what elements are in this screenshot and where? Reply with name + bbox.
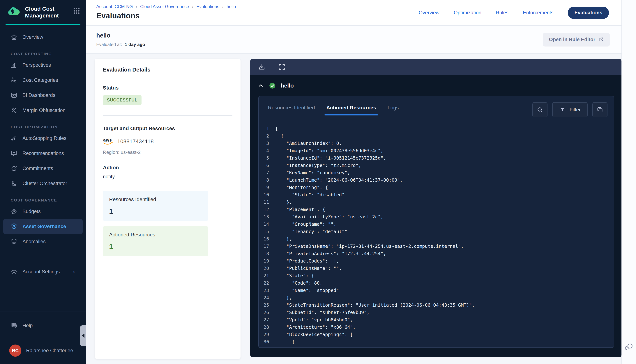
fullscreen-icon[interactable]	[278, 63, 286, 71]
sidebar-item-account-settings[interactable]: Account Settings ›	[3, 264, 83, 279]
breadcrumb-link-cloud-asset-governance[interactable]: Cloud Asset Governance	[140, 4, 189, 9]
breadcrumb-separator: ›	[192, 4, 193, 9]
sidebar-item-help[interactable]: ? Help	[3, 318, 83, 333]
code-line: 11 },	[259, 198, 614, 206]
code-line: 8 "LaunchTime": "2024-06-06T04:41:37+00:…	[259, 176, 614, 184]
code-line: 3 "AmiLaunchIndex": 0,	[259, 140, 614, 147]
line-content: "Monitoring": {	[269, 184, 328, 191]
code-line: 29 "BlockDeviceMappings": [	[259, 331, 614, 338]
panel-toolbar	[250, 59, 621, 75]
code-line: 26 "SubnetId": "subnet-75fe9b39",	[259, 309, 614, 316]
sidebar-collapse-handle[interactable]	[80, 325, 86, 346]
code-line: 6 "InstanceType": "t2.micro",	[259, 162, 614, 169]
sidebar-item-label: Budgets	[23, 209, 41, 214]
code-line: 16 },	[259, 235, 614, 243]
collapse-arrow-icon	[82, 334, 85, 338]
line-content: "LaunchTime": "2024-06-06T04:41:37+00:00…	[269, 176, 403, 184]
filter-button[interactable]: Filter	[552, 102, 588, 117]
line-number: 7	[259, 169, 269, 176]
sidebar-item-commitments[interactable]: Commitments	[3, 161, 83, 176]
stat-value: 1	[109, 208, 202, 215]
module-grid-icon[interactable]	[73, 7, 80, 16]
sidebar-item-margin-obfuscation[interactable]: Margin Obfuscation	[3, 103, 83, 118]
line-number: 25	[259, 302, 269, 309]
sidebar-item-cluster-orchestrator[interactable]: Cluster Orchestrator	[3, 176, 83, 191]
top-nav-evaluations[interactable]: Evaluations	[568, 6, 609, 19]
sidebar-item-perspectives[interactable]: Perspectives	[3, 58, 83, 72]
tab-resources-identified[interactable]: Resources Identified	[267, 102, 315, 116]
line-content: },	[269, 198, 292, 206]
svg-text:aws: aws	[103, 138, 112, 142]
line-content: "Placement": {	[269, 206, 325, 213]
percent-icon	[10, 107, 18, 114]
json-code-viewer[interactable]: 1[2 {3 "AmiLaunchIndex": 0,4 "ImageId": …	[259, 125, 614, 346]
sidebar-divider	[5, 256, 82, 256]
sidebar-item-bi-dashboards[interactable]: BI Dashboards	[3, 88, 83, 103]
sidebar-item-label: Account Settings	[23, 269, 60, 275]
svg-text:$: $	[11, 8, 15, 15]
line-number: 30	[259, 338, 269, 346]
sidebar-item-anomalies[interactable]: Anomalies	[3, 234, 83, 249]
top-nav-overview[interactable]: Overview	[419, 10, 439, 16]
tab-actioned-resources[interactable]: Actioned Resources	[326, 102, 377, 116]
open-in-rule-editor-label: Open in Rule Editor	[549, 37, 595, 42]
evaluated-at: Evaluated at: 1 day ago	[96, 42, 145, 47]
line-content: },	[269, 235, 292, 243]
autostopping-icon	[10, 134, 18, 142]
panel-body: hello Resources IdentifiedActioned Resou…	[250, 75, 621, 358]
line-content: "PublicDnsName": "",	[269, 265, 342, 272]
search-button[interactable]	[532, 102, 547, 117]
breadcrumb-link-hello[interactable]: hello	[226, 4, 236, 9]
sidebar-footer: ? Help RC Rajarshee Chatterjee	[0, 311, 86, 364]
line-content: "KeyName": "randomkey",	[269, 169, 350, 176]
line-number: 20	[259, 265, 269, 272]
line-number: 12	[259, 206, 269, 213]
code-line: 12 "Placement": {	[259, 206, 614, 213]
line-content: "InstanceId": "i-00512145e7372325d",	[269, 154, 386, 162]
sidebar-nav: OverviewCOST REPORTINGPerspectivesCost C…	[0, 25, 86, 249]
svg-text:?: ?	[13, 323, 14, 326]
sidebar-item-cost-categories[interactable]: Cost Categories	[3, 72, 83, 88]
breadcrumb: Account: CCM-NG›Cloud Asset Governance›E…	[96, 4, 236, 9]
card-divider	[103, 115, 232, 116]
sidebar-item-budgets[interactable]: Budgets	[3, 204, 83, 219]
open-in-rule-editor-button[interactable]: Open in Rule Editor	[543, 33, 610, 46]
evaluation-subheader: hello Evaluated at: 1 day ago Open in Ru…	[86, 26, 621, 54]
page: $ Cloud Cost Management OverviewCOST REP…	[0, 0, 636, 364]
sidebar-item-recommendations[interactable]: Recommendations	[3, 146, 83, 161]
chevron-up-icon[interactable]	[258, 82, 264, 89]
content-area: Evaluation Details Status SUCCESSFUL Tar…	[86, 54, 621, 364]
breadcrumb-link-evaluations[interactable]: Evaluations	[196, 4, 219, 9]
sidebar-item-overview[interactable]: Overview	[3, 30, 83, 45]
code-line: 19 "ProductCodes": [],	[259, 257, 614, 265]
user-profile-row[interactable]: RC Rajarshee Chatterjee	[3, 343, 83, 358]
tabs: Resources IdentifiedActioned ResourcesLo…	[267, 102, 399, 116]
actioned-resources-stat: Actioned Resources 1	[103, 226, 208, 256]
commitments-icon	[10, 165, 18, 172]
sidebar-item-autostopping-rules[interactable]: AutoStopping Rules	[3, 131, 83, 146]
top-nav-optimization[interactable]: Optimization	[454, 10, 481, 16]
page-title: Evaluations	[96, 12, 236, 20]
top-nav-enforcements[interactable]: Enforcements	[523, 10, 553, 16]
breadcrumb-link-account-ccm-ng[interactable]: Account: CCM-NG	[96, 4, 133, 9]
filter-label: Filter	[569, 107, 581, 113]
copy-icon[interactable]	[592, 102, 607, 117]
recommendations-icon	[10, 150, 18, 157]
feedback-chat-icon[interactable]	[624, 342, 634, 352]
line-number: 1	[259, 125, 269, 132]
sidebar-item-label: Margin Obfuscation	[23, 108, 66, 113]
tab-logs[interactable]: Logs	[387, 102, 399, 116]
line-content: "PrivateDnsName": "ip-172-31-44-254.us-e…	[269, 243, 464, 250]
sidebar-item-asset-governance[interactable]: Asset Governance	[3, 219, 83, 234]
main-area: Account: CCM-NG›Cloud Asset Governance›E…	[86, 0, 621, 364]
shapes-icon	[10, 76, 18, 84]
download-icon[interactable]	[258, 63, 266, 71]
dashboard-icon	[10, 92, 18, 99]
line-content: "Architecture": "x86_64",	[269, 324, 356, 331]
line-number: 2	[259, 132, 269, 140]
code-line: 18 "PrivateIpAddress": "172.31.44.254",	[259, 250, 614, 257]
code-line: 10 "State": "disabled"	[259, 191, 614, 198]
line-content: "StateTransitionReason": "User initiated…	[269, 302, 475, 309]
top-nav-rules[interactable]: Rules	[496, 10, 508, 16]
line-number: 23	[259, 287, 269, 294]
